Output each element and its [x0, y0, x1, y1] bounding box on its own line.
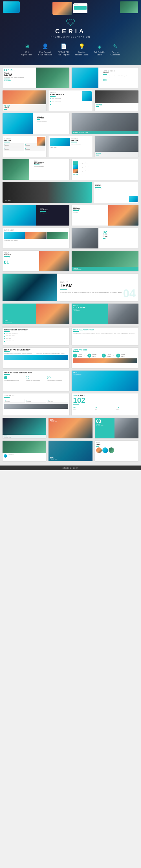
- slide-pic-bottom-1: CERIA PICTURE HERE: [2, 417, 46, 439]
- slides-row-5: OUR COMPANY Lorem ipsum dolor sit amet L…: [2, 159, 139, 180]
- slide-startup-1: START UP SERVICE Lorem ipsum dolor sit a…: [2, 113, 70, 134]
- slide-service-3: TEAM SERVICE Lorem ipsum: [71, 205, 139, 226]
- slides-row-text-3: CERIA ON THREE COLUMNS TEXT C Lorem ipsu…: [2, 370, 139, 392]
- feature-layout: 💡 CreativeModern Layout: [75, 42, 89, 56]
- slide-service-dark: SERVICE: [95, 136, 139, 157]
- logo-area: CERIA PREMIUM PRESENTATION: [50, 18, 90, 38]
- slide-business-1: BUSINESS SERVICE ● Lorem ipsum ● Lorem i…: [2, 136, 46, 157]
- feature-ppt: 📄 PPT & PPTXFull Template: [58, 42, 70, 56]
- slides-row-text-2: CERIA ON TWO COLUMNS TEXT Lorem ipsum do…: [2, 347, 139, 369]
- brand-tagline: PREMIUM PRESENTATION: [50, 36, 90, 38]
- feature-customize: ✎ Easy toCustomize: [110, 42, 120, 56]
- slide-service-1: ABOUT NEXT SERVICE Lorem ipsum dolor sit…: [48, 90, 93, 111]
- slide-02-team: 02 ABOUT TEAM: [71, 227, 139, 249]
- mockup-card-4: [120, 1, 138, 13]
- slide-full-width: CERIA FULL WIDTH TEXT Lorem ipsum dolor …: [71, 327, 139, 346]
- slides-row-3: START UP SERVICE Lorem ipsum dolor sit a…: [2, 113, 139, 134]
- slide-columns-section: COLUMNS 01 Lorem ipsum 02 Lorem ipsum 03…: [2, 393, 70, 416]
- slide-last-1: Lorem ipsum: [2, 440, 46, 462]
- slides-row-10: CERIA PICTURE HERE APPLY STYLE HERE Lore…: [2, 303, 139, 324]
- slide-project: OUR PROJECT Lorem ipsum dolor sit amet: [2, 227, 70, 249]
- slide-bulleted: BULLETED LIST CERIA TEXT Lorem ipsum dol…: [2, 327, 70, 346]
- feature-aspect-ratio: 🖥 16:9Aspect Ratio: [21, 42, 32, 56]
- slide-work-process: WORK PROCESS 1 Loremipsum › 2 Loremipsum…: [71, 347, 139, 369]
- slide-style-teal: APPLY STYLE HERE Lorem ipsum dolor: [71, 303, 139, 324]
- customize-icon: ✎: [111, 42, 119, 50]
- slide-last-2: CERIA PICTURE HERE: [48, 440, 93, 462]
- support-icon: 👤: [41, 42, 49, 50]
- slide-three-columns: CERIA ON THREE COLUMNS TEXT C Lorem ipsu…: [2, 370, 70, 392]
- brand-name: CERIA: [55, 28, 86, 35]
- slides-preview-grid: CERIA ∞ ABOUT CERIA Lorem ipsum dolor si…: [0, 65, 141, 466]
- feature-vector: ◈ Full EditableVector: [94, 42, 105, 56]
- file-icon: 📄: [60, 42, 68, 50]
- slides-row-4: BUSINESS SERVICE ● Lorem ipsum ● Lorem i…: [2, 136, 139, 157]
- site-watermark: gfxtra.com: [0, 466, 141, 470]
- mockup-card-1: [3, 1, 20, 13]
- features-row: 🖥 16:9Aspect Ratio 👤 Free Support& Full …: [21, 42, 120, 56]
- slide-last-3: ABOUT CERIA: [95, 440, 139, 462]
- slides-row-6: CLICK HERE BUSINESS SERVICE Lorem ipsum …: [2, 182, 139, 203]
- slide-two-columns: CERIA ON TWO COLUMNS TEXT Lorem ipsum do…: [2, 347, 70, 369]
- slide-team-big: ABOUT TEAM Lorem ipsum dolor sit amet, c…: [2, 273, 139, 302]
- slide-people-1: ABOUT CERIA: [2, 90, 46, 111]
- slides-row-last: Lorem ipsum CERIA PICTURE HERE ABOUT CER…: [2, 440, 139, 462]
- slide-how-number: HOW NUMBER 102 24 Lorem 56 Lorem 78 Lore…: [71, 393, 139, 416]
- slide-ceria-picture: CERIA PICTURE HERE: [71, 250, 139, 272]
- slide-pic-bottom-2: CERIA PICTURE HERE: [48, 417, 93, 439]
- mockup-top-row: CERIA: [0, 1, 141, 15]
- slide-about-2: LEARN MORE ABOUT Lorem ipsum dolor sit a…: [71, 67, 139, 89]
- monitor-icon: 🖥: [23, 42, 31, 50]
- slides-row-8: OUR PROJECT Lorem ipsum dolor sit amet: [2, 227, 139, 249]
- slide-glasses: SERVICE: [95, 90, 139, 111]
- slides-row-number: COLUMNS 01 Lorem ipsum 02 Lorem ipsum 03…: [2, 393, 139, 416]
- logo-icon: [65, 18, 76, 28]
- mockup-card-2: [52, 2, 72, 15]
- bulb-icon: 💡: [78, 42, 86, 50]
- slide-team-service: PLAN SERVICE Lorem ipsum dolor sit: [2, 205, 70, 226]
- mockup-card-3: CERIA: [73, 3, 87, 13]
- slide-ceria-teal-1: CERIA PICTURE HERE: [2, 303, 70, 324]
- slides-row-7: PLAN SERVICE Lorem ipsum dolor sit TEAM …: [2, 205, 139, 226]
- slides-row-big-team: ABOUT TEAM Lorem ipsum dolor sit amet, c…: [2, 273, 139, 302]
- slides-row-9: ABOUT SERVICE Lorem ipsum dolor 01 CERIA…: [2, 250, 139, 272]
- slides-row-2: ABOUT CERIA ABOUT NEXT SERVICE Lorem ips…: [2, 90, 139, 111]
- slide-picture-here-1: CERIA PICTURE HERE: [71, 370, 139, 392]
- slides-row-text-1: BULLETED LIST CERIA TEXT Lorem ipsum dol…: [2, 327, 139, 346]
- slide-woman-dark: START UP SERVICE: [71, 113, 139, 134]
- slide-service-info: BUSINESS SERVICE Lorem ipsum dolor: [94, 182, 139, 203]
- slide-service-01: ABOUT SERVICE Lorem ipsum dolor 01: [2, 250, 70, 272]
- slide-pic-bottom-3: 03 CERIA PICTURE HERE: [95, 417, 139, 439]
- slides-row-bottom-1: CERIA PICTURE HERE CERIA PICTURE HERE: [2, 417, 139, 439]
- vector-icon: ◈: [96, 42, 104, 50]
- slide-about-1: CERIA ∞ ABOUT CERIA Lorem ipsum dolor si…: [2, 67, 70, 89]
- slide-company-1: OUR COMPANY Lorem ipsum dolor sit amet: [2, 159, 70, 180]
- slide-company-2: Lorem ipsum dolor sit Lorem ipsum dolor …: [71, 159, 139, 180]
- slide-business-2: Lorem ipsum BUSINESS SERVICE Lorem ipsum…: [48, 136, 93, 157]
- slides-row-1: CERIA ∞ ABOUT CERIA Lorem ipsum dolor si…: [2, 67, 139, 89]
- hero-section: CERIA CERIA PREMIUM PRESENTATION 🖥 16:9A…: [0, 0, 141, 65]
- slide-landscape: CLICK HERE: [2, 182, 92, 203]
- feature-support: 👤 Free Support& Full Resizable: [38, 42, 52, 56]
